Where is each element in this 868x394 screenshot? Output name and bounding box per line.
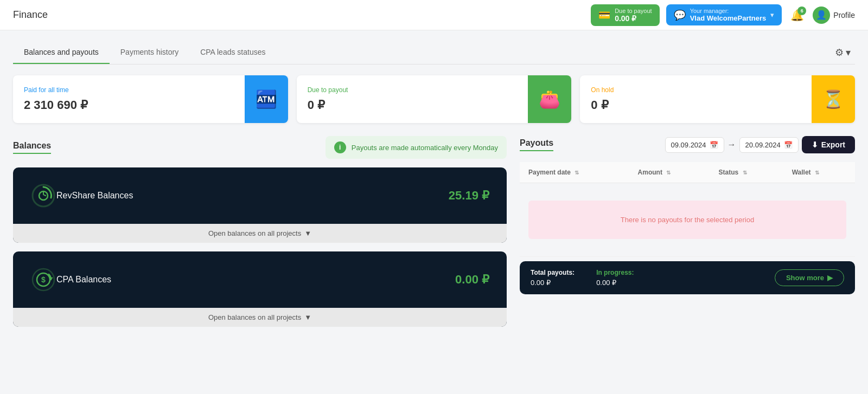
atm-icon: 🏧	[256, 89, 277, 109]
page-title: Finance	[13, 9, 48, 21]
hourglass-icon: ⏳	[822, 89, 844, 109]
in-progress-value: 0.00 ₽	[596, 279, 634, 287]
cpa-name: CPA Balances	[56, 275, 455, 285]
total-payouts-stat: Total payouts: 0.00 ₽	[531, 269, 575, 287]
header-actions: 💳 Due to payout 0.00 ₽ 💬 Your manager: V…	[591, 4, 855, 26]
payouts-title: Payouts	[520, 138, 553, 151]
no-data-row: There is no payouts for the selected per…	[520, 183, 855, 257]
profile-avatar: 👤	[813, 7, 830, 24]
revshare-icon	[30, 183, 56, 209]
notifications-count: 6	[797, 7, 806, 15]
total-payouts-label: Total payouts:	[531, 269, 575, 276]
col-wallet: Wallet ⇅	[783, 162, 855, 183]
card-on-hold: On hold 0 ₽ ⏳	[580, 75, 855, 123]
date-range: 09.09.2024 📅 → 20.09.2024 📅 ⬇ Export	[665, 136, 856, 153]
cpa-expand-label: Open balances on all projects	[208, 313, 301, 321]
payouts-table: Payment date ⇅ Amount ⇅ Status ⇅ Walle	[520, 162, 855, 257]
revshare-value: 25.19 ₽	[449, 189, 489, 203]
payouts-info-banner: i Payouts are made automatically every M…	[326, 136, 507, 159]
sort-icon: ⇅	[575, 170, 579, 176]
tabs-bar: Balances and payouts Payments history CP…	[13, 41, 855, 64]
in-progress-stat: In progress: 0.00 ₽	[596, 269, 634, 287]
chevron-down-icon: ▼	[304, 313, 311, 321]
info-icon: i	[334, 141, 346, 153]
payouts-section: Payouts 09.09.2024 📅 → 20.09.2024 📅 ⬇ Ex…	[520, 136, 855, 335]
settings-button[interactable]: ⚙ ▾	[831, 42, 855, 63]
summary-cards: Paid for all time 2 310 690 ₽ 🏧 Due to p…	[13, 75, 855, 123]
manager-label: Your manager:	[690, 8, 767, 14]
balances-title: Balances	[13, 141, 51, 154]
notifications-button[interactable]: 🔔 6	[788, 7, 806, 24]
sort-icon: ⇅	[815, 170, 819, 176]
arrow-right-icon: ▶	[827, 274, 833, 282]
date-arrow-icon: →	[727, 140, 736, 150]
revshare-expand-label: Open balances on all projects	[208, 229, 301, 237]
card-paid-value: 2 310 690 ₽	[24, 98, 234, 112]
gear-icon: ⚙	[835, 47, 844, 59]
manager-badge[interactable]: 💬 Your manager: Vlad WelcomePartners ▾	[666, 4, 782, 25]
date-from-value: 09.09.2024	[671, 141, 706, 149]
manager-icon: 💬	[674, 9, 686, 21]
calendar-icon: 📅	[710, 141, 718, 149]
balances-section: Balances i Payouts are made automaticall…	[13, 136, 507, 335]
cpa-expand-btn[interactable]: Open balances on all projects ▼	[13, 308, 507, 327]
profile-button[interactable]: 👤 Profile	[813, 7, 855, 24]
sort-icon: ⇅	[666, 170, 671, 176]
payouts-header: Payouts 09.09.2024 📅 → 20.09.2024 📅 ⬇ Ex…	[520, 136, 855, 153]
col-status: Status ⇅	[710, 162, 783, 183]
card-hold-icon: ⏳	[812, 75, 855, 123]
sort-icon: ⇅	[743, 170, 747, 176]
card-due-label: Due to payout	[308, 86, 518, 94]
manager-name: Vlad WelcomePartners	[690, 14, 767, 22]
show-more-button[interactable]: Show more ▶	[775, 269, 844, 286]
tab-cpa-leads[interactable]: CPA leads statuses	[189, 41, 276, 64]
main-content: Balances and payouts Payments history CP…	[0, 30, 868, 346]
profile-label: Profile	[833, 11, 855, 20]
payouts-footer: Total payouts: 0.00 ₽ In progress: 0.00 …	[520, 261, 855, 294]
no-data-message: There is no payouts for the selected per…	[528, 201, 846, 239]
card-paid-icon: 🏧	[245, 75, 288, 123]
cpa-balance-card: $ CPA Balances 0.00 ₽ Open balances on a…	[13, 251, 507, 327]
col-payment-date: Payment date ⇅	[520, 162, 629, 183]
calendar-icon: 📅	[784, 141, 793, 149]
date-from-input[interactable]: 09.09.2024 📅	[665, 137, 724, 153]
header: Finance 💳 Due to payout 0.00 ₽ 💬 Your ma…	[0, 0, 868, 30]
tab-balances-payouts[interactable]: Balances and payouts	[13, 41, 110, 64]
card-hold-label: On hold	[591, 86, 801, 94]
cpa-value: 0.00 ₽	[455, 273, 489, 287]
chevron-down-icon: ▾	[770, 11, 774, 19]
table-header-row: Payment date ⇅ Amount ⇅ Status ⇅ Walle	[520, 162, 855, 183]
card-hold-value: 0 ₽	[591, 98, 801, 112]
info-banner-text: Payouts are made automatically every Mon…	[352, 144, 498, 152]
chevron-down-icon: ▼	[304, 229, 311, 237]
balances-header: Balances i Payouts are made automaticall…	[13, 136, 507, 159]
card-paid-label: Paid for all time	[24, 86, 234, 94]
card-due-value: 0 ₽	[308, 98, 518, 112]
download-icon: ⬇	[812, 140, 818, 149]
card-due-payout: Due to payout 0 ₽ 👛	[297, 75, 572, 123]
revshare-name: RevShare Balances	[56, 191, 449, 201]
due-payout-label: Due to payout	[615, 8, 652, 14]
in-progress-label: In progress:	[596, 269, 634, 276]
card-due-icon: 👛	[528, 75, 571, 123]
revshare-expand-btn[interactable]: Open balances on all projects ▼	[13, 224, 507, 243]
tabs-list: Balances and payouts Payments history CP…	[13, 41, 277, 64]
cpa-icon: $	[30, 267, 56, 293]
export-button[interactable]: ⬇ Export	[802, 136, 855, 153]
date-to-value: 20.09.2024	[745, 141, 781, 149]
total-payouts-value: 0.00 ₽	[531, 279, 575, 287]
due-payout-value: 0.00 ₽	[615, 14, 652, 23]
settings-chevron: ▾	[846, 47, 851, 59]
date-to-input[interactable]: 20.09.2024 📅	[739, 137, 799, 153]
card-paid-all-time: Paid for all time 2 310 690 ₽ 🏧	[13, 75, 288, 123]
two-column-layout: Balances i Payouts are made automaticall…	[13, 136, 855, 335]
col-amount: Amount ⇅	[629, 162, 710, 183]
due-payout-badge: 💳 Due to payout 0.00 ₽	[591, 4, 660, 26]
revshare-balance-card: RevShare Balances 25.19 ₽ Open balances …	[13, 167, 507, 243]
wallet-icon: 👛	[539, 89, 560, 109]
svg-text:$: $	[41, 275, 46, 284]
due-payout-icon: 💳	[598, 9, 610, 21]
tab-payments-history[interactable]: Payments history	[110, 41, 189, 64]
show-more-label: Show more	[786, 274, 824, 282]
